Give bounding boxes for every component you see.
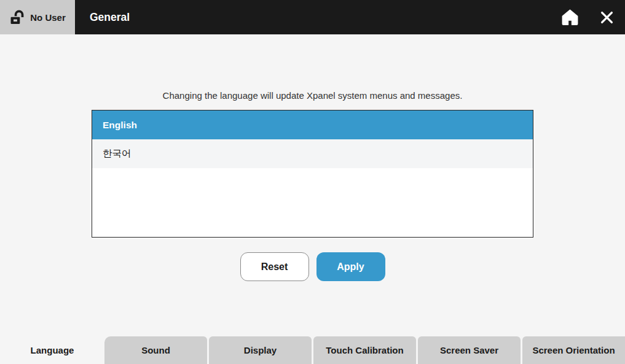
language-option-english[interactable]: English xyxy=(92,110,533,139)
tab-display[interactable]: Display xyxy=(209,336,312,364)
user-status-button[interactable]: No User xyxy=(0,0,75,34)
tab-language[interactable]: Language xyxy=(0,336,104,364)
language-list: English 한국어 xyxy=(92,110,533,238)
close-button[interactable] xyxy=(597,8,616,27)
settings-tab-bar: Language Sound Display Touch Calibration… xyxy=(0,336,625,364)
apply-button[interactable]: Apply xyxy=(316,252,385,281)
main-content: Changing the language will update Xpanel… xyxy=(0,34,625,281)
tab-screen-orientation[interactable]: Screen Orientation xyxy=(522,336,625,364)
home-icon xyxy=(560,8,580,27)
action-buttons: Reset Apply xyxy=(0,252,625,281)
topbar-actions xyxy=(559,7,625,28)
lock-open-icon xyxy=(9,9,26,26)
language-option-label: 한국어 xyxy=(103,147,132,160)
language-option-label: English xyxy=(103,120,137,131)
tab-sound[interactable]: Sound xyxy=(104,336,207,364)
home-button[interactable] xyxy=(559,7,581,28)
close-icon xyxy=(599,9,615,26)
reset-button[interactable]: Reset xyxy=(240,252,309,281)
page-title: General xyxy=(90,11,559,24)
user-status-label: No User xyxy=(30,12,66,23)
tab-screen-saver[interactable]: Screen Saver xyxy=(418,336,521,364)
tab-group: Sound Display Touch Calibration Screen S… xyxy=(104,336,625,364)
language-change-message: Changing the language will update Xpanel… xyxy=(0,90,625,101)
tab-touch-calibration[interactable]: Touch Calibration xyxy=(313,336,416,364)
language-option-korean[interactable]: 한국어 xyxy=(92,139,533,168)
top-bar: No User General xyxy=(0,0,625,34)
